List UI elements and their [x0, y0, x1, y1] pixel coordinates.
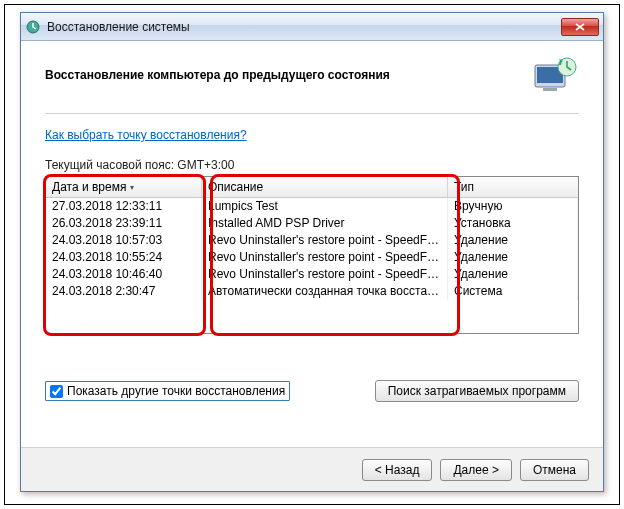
cell-type: Установка [448, 215, 578, 232]
cell-description: Автоматически созданная точка восстановл… [202, 283, 448, 300]
cell-type: Удаление [448, 249, 578, 266]
restore-points-area: Дата и время Описание Тип 27.03.2018 12:… [45, 176, 579, 334]
table-row[interactable]: 24.03.2018 10:57:03Revo Uninstaller's re… [46, 232, 578, 249]
cell-datetime: 24.03.2018 10:57:03 [46, 232, 202, 249]
cell-type: Удаление [448, 266, 578, 283]
column-header-description[interactable]: Описание [202, 177, 448, 197]
table-row[interactable]: 26.03.2018 23:39:11Installed AMD PSP Dri… [46, 215, 578, 232]
table-row[interactable]: 24.03.2018 2:30:47Автоматически созданна… [46, 283, 578, 300]
wizard-footer: < Назад Далее > Отмена [21, 447, 603, 491]
cell-type: Система [448, 283, 578, 300]
show-other-points-label: Показать другие точки восстановления [67, 384, 285, 398]
options-row: Показать другие точки восстановления Пои… [45, 380, 579, 402]
scan-affected-button[interactable]: Поиск затрагиваемых программ [375, 380, 579, 402]
table-row[interactable]: 24.03.2018 10:46:40Revo Uninstaller's re… [46, 266, 578, 283]
cell-type: Удаление [448, 232, 578, 249]
cell-description: Revo Uninstaller's restore point - Speed… [202, 266, 448, 283]
show-other-points-checkbox[interactable]: Показать другие точки восстановления [45, 381, 290, 401]
cell-datetime: 24.03.2018 10:55:24 [46, 249, 202, 266]
window-content: Восстановление компьютера до предыдущего… [21, 41, 603, 414]
app-icon [25, 19, 41, 35]
next-button[interactable]: Далее > [440, 459, 512, 481]
cell-datetime: 27.03.2018 12:33:11 [46, 198, 202, 215]
how-to-choose-link[interactable]: Как выбрать точку восстановления? [45, 128, 247, 142]
column-header-datetime[interactable]: Дата и время [46, 177, 202, 197]
timezone-label: Текущий часовой пояс: GMT+3:00 [45, 158, 579, 172]
cell-datetime: 26.03.2018 23:39:11 [46, 215, 202, 232]
table-row[interactable]: 24.03.2018 10:55:24Revo Uninstaller's re… [46, 249, 578, 266]
table-header: Дата и время Описание Тип [46, 177, 578, 198]
cell-description: Installed AMD PSP Driver [202, 215, 448, 232]
page-heading: Восстановление компьютера до предыдущего… [45, 68, 521, 82]
cell-datetime: 24.03.2018 2:30:47 [46, 283, 202, 300]
cell-type: Вручную [448, 198, 578, 215]
cell-description: Lumpics Test [202, 198, 448, 215]
window-title: Восстановление системы [47, 20, 561, 34]
cell-description: Revo Uninstaller's restore point - Speed… [202, 232, 448, 249]
table-row[interactable]: 27.03.2018 12:33:11Lumpics TestВручную [46, 198, 578, 215]
column-header-type[interactable]: Тип [448, 177, 578, 197]
cancel-button[interactable]: Отмена [520, 459, 589, 481]
back-button[interactable]: < Назад [362, 459, 433, 481]
system-restore-window: Восстановление системы Восстановление ко… [20, 12, 604, 492]
close-button[interactable] [561, 18, 599, 36]
show-other-points-input[interactable] [50, 385, 63, 398]
cell-description: Revo Uninstaller's restore point - Speed… [202, 249, 448, 266]
svg-rect-3 [543, 88, 557, 91]
wizard-header: Восстановление компьютера до предыдущего… [45, 55, 579, 114]
cell-datetime: 24.03.2018 10:46:40 [46, 266, 202, 283]
titlebar[interactable]: Восстановление системы [21, 13, 603, 41]
restore-points-table[interactable]: Дата и время Описание Тип 27.03.2018 12:… [45, 176, 579, 334]
restore-icon [531, 55, 579, 95]
